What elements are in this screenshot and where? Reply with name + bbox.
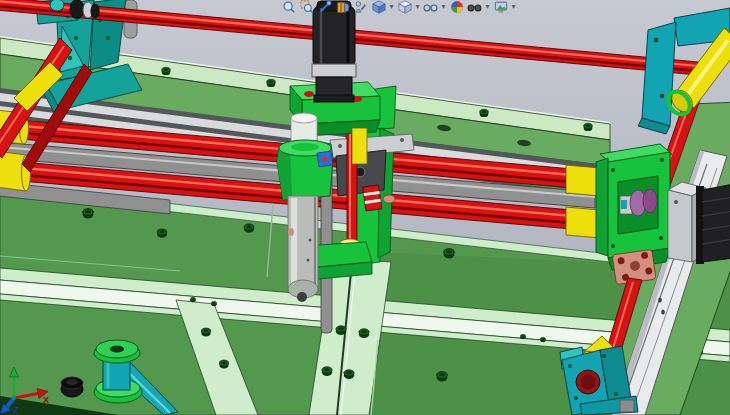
view-orientation-caret[interactable]: ▾ [388, 2, 395, 15]
display-style-icon [398, 0, 412, 14]
x-drive-motor [696, 184, 730, 264]
view-settings-caret[interactable]: ▾ [510, 2, 517, 15]
z-axis-label: Z [13, 405, 19, 415]
zoom-to-fit-icon [282, 0, 296, 14]
edit-appearance-icon [450, 0, 464, 14]
regulator-tag [317, 151, 333, 167]
view-orientation-icon [372, 0, 386, 14]
zoom-to-fit-button[interactable] [280, 0, 297, 15]
display-style-caret[interactable]: ▾ [414, 2, 421, 15]
annotation-view-button[interactable] [352, 0, 369, 15]
view-settings-icon [494, 0, 508, 14]
view-orientation-button[interactable] [370, 0, 387, 15]
apply-scene-button[interactable] [466, 0, 483, 15]
model-scene[interactable]: X Z [0, 0, 730, 415]
heads-up-view-toolbar: ▾ ▾ ▾ ▾ [280, 0, 517, 15]
annotation-view-icon [354, 0, 368, 14]
section-view-button[interactable] [334, 0, 351, 15]
x-axis-label: X [43, 395, 49, 405]
viewport[interactable]: X Z [0, 0, 730, 415]
apply-scene-caret[interactable]: ▾ [484, 2, 491, 15]
hide-show-items-button[interactable] [422, 0, 439, 15]
vertical-stepper-motor [312, 1, 356, 102]
previous-view-icon [318, 0, 332, 14]
display-style-button[interactable] [396, 0, 413, 15]
table-knob[interactable] [61, 377, 83, 397]
regulator-bowl [288, 196, 318, 302]
view-settings-button[interactable] [492, 0, 509, 15]
previous-view-button[interactable] [316, 0, 333, 15]
zoom-to-area-button[interactable] [298, 0, 315, 15]
apply-scene-icon [467, 0, 482, 14]
tool-clamp [363, 185, 382, 211]
hide-show-items-caret[interactable]: ▾ [440, 2, 447, 15]
hide-show-items-icon [423, 0, 438, 14]
zoom-to-area-icon [300, 0, 314, 14]
section-view-icon [336, 0, 350, 14]
edit-appearance-button[interactable] [448, 0, 465, 15]
